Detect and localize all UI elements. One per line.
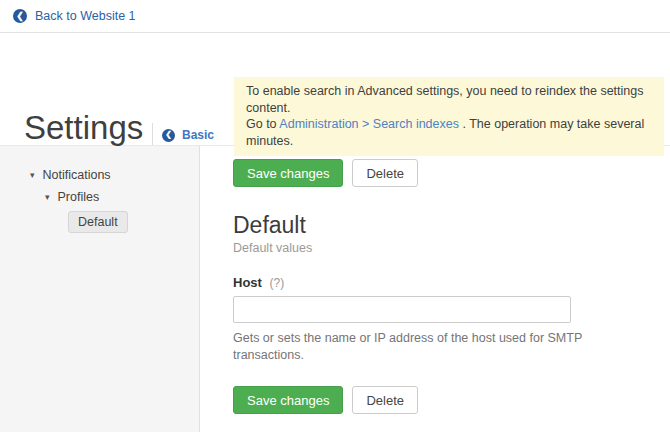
search-indexes-link[interactable]: Administration > Search indexes — [279, 117, 459, 131]
caret-down-icon[interactable]: ▾ — [45, 193, 50, 202]
host-label-row: Host (?) — [233, 275, 670, 290]
tree-item-label: Notifications — [43, 168, 111, 182]
banner-line-2-prefix: Go to — [246, 117, 279, 131]
basic-back-arrow-icon: ❮ — [162, 129, 175, 142]
topbar: ❮ Back to Website 1 — [0, 0, 670, 33]
delete-button-bottom[interactable]: Delete — [352, 386, 418, 414]
host-description: Gets or sets the name or IP address of t… — [233, 330, 598, 363]
settings-app: ❮ Back to Website 1 Settings ❮ Basic To … — [0, 0, 670, 432]
footer-toolbar: Save changes Delete — [233, 386, 670, 414]
tree-item-profiles[interactable]: ▾ Profiles — [0, 186, 199, 208]
host-label: Host — [233, 275, 262, 290]
section-subtitle: Default values — [233, 241, 670, 255]
back-to-website-link[interactable]: ❮ Back to Website 1 — [13, 9, 136, 23]
main-panel: Save changes Delete Default Default valu… — [200, 146, 670, 432]
caret-down-icon[interactable]: ▾ — [30, 171, 35, 180]
tree-item-notifications[interactable]: ▾ Notifications — [0, 164, 199, 186]
tree-item-default: Default — [0, 211, 199, 233]
basic-link-label: Basic — [182, 128, 214, 142]
delete-button[interactable]: Delete — [352, 159, 418, 187]
tree-item-default-selected[interactable]: Default — [68, 211, 128, 233]
save-changes-button-bottom[interactable]: Save changes — [233, 386, 343, 414]
tree-item-label: Profiles — [58, 190, 100, 204]
banner-line-2: Go to Administration > Search indexes . … — [246, 116, 652, 149]
save-changes-button[interactable]: Save changes — [233, 159, 343, 187]
host-help-link[interactable]: (?) — [270, 276, 285, 290]
header-divider — [152, 123, 153, 145]
page-title: Settings — [24, 111, 143, 144]
host-field-group: Host (?) Gets or sets the name or IP add… — [233, 275, 670, 363]
content-body: ▾ Notifications ▾ Profiles Default Save … — [0, 145, 670, 432]
info-banner: To enable search in Advanced settings, y… — [234, 77, 664, 156]
back-arrow-icon: ❮ — [13, 9, 27, 23]
host-input[interactable] — [233, 296, 571, 323]
basic-mode-link[interactable]: ❮ Basic — [162, 128, 214, 142]
page-header: Settings ❮ Basic To enable search in Adv… — [0, 33, 670, 145]
settings-tree-sidebar: ▾ Notifications ▾ Profiles Default — [0, 146, 200, 432]
toolbar: Save changes Delete — [233, 159, 670, 187]
section-title: Default — [233, 213, 670, 238]
banner-line-1: To enable search in Advanced settings, y… — [246, 83, 652, 116]
back-link-label: Back to Website 1 — [35, 9, 136, 23]
